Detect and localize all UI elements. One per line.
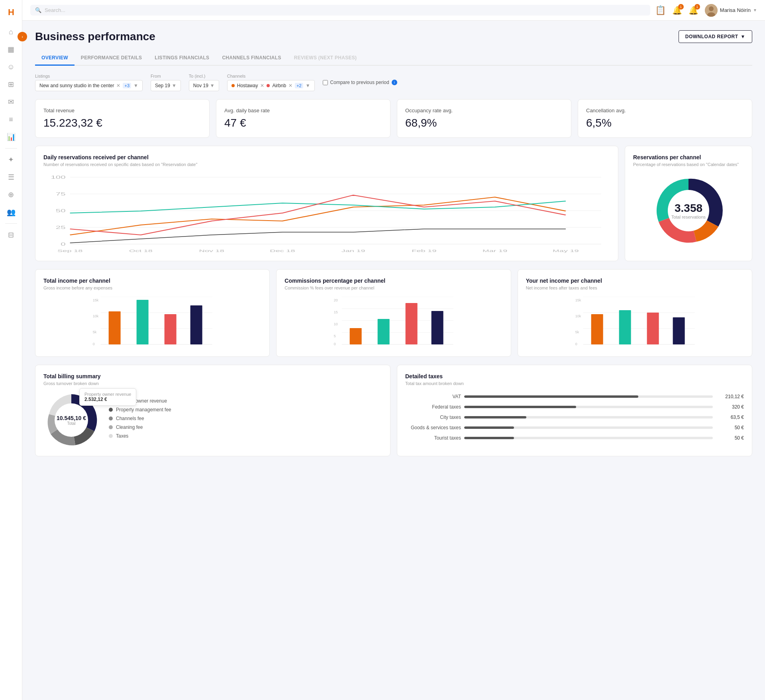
topbar-icons: 📋 🔔 1 🔔 1 Marisa Nóirín ▼ [655, 4, 757, 17]
from-filter: From Sep 19 ▼ [151, 74, 181, 91]
sidebar-item-tasks[interactable]: ☰ [3, 169, 19, 185]
sidebar-item-inbox[interactable]: ✉ [3, 94, 19, 110]
hostaway-dot [231, 84, 235, 87]
users-icon: 👥 [7, 208, 16, 217]
taxes-title: Detailed taxes [405, 373, 744, 379]
legend-item-2: Channels fee [109, 416, 171, 421]
sidebar-item-home[interactable]: ⌂ [3, 24, 19, 40]
sidebar-item-bookings[interactable]: ⊞ [3, 76, 19, 92]
svg-text:20: 20 [334, 298, 338, 302]
commission-chart-subtitle: Commission % fees over revenue per chann… [284, 285, 502, 290]
kpi-total-revenue-label: Total revenue [43, 108, 201, 113]
channels-filter: Channels Hostaway ✕ Airbnb ✕ +2 ▼ [227, 74, 315, 91]
svg-text:10: 10 [334, 322, 338, 326]
channel2-remove-icon[interactable]: ✕ [288, 83, 292, 88]
compare-input[interactable] [323, 80, 328, 85]
from-chevron-icon: ▼ [172, 83, 177, 88]
sidebar-divider-2 [5, 223, 17, 224]
search-placeholder: Search... [45, 7, 65, 13]
sidebar-item-integrations[interactable]: ✦ [3, 152, 19, 168]
bottom-row: Total billing summary Gross turnover bro… [35, 365, 752, 456]
svg-text:5k: 5k [575, 330, 579, 334]
billing-tooltip: Property owner revenue 2.532,12 € [79, 388, 136, 406]
integrations-icon: ✦ [8, 155, 14, 164]
tax-value-2: 63,5 € [716, 415, 744, 420]
legend-item-4: Taxes [109, 433, 171, 439]
channels-extra: +2 [295, 83, 303, 88]
search-bar[interactable]: 🔍 Search... [30, 5, 650, 16]
sidebar-item-users[interactable]: 👥 [3, 204, 19, 220]
contacts-icon: ☺ [7, 63, 14, 71]
legend-dot-3 [109, 425, 113, 429]
from-value: Sep 19 [155, 83, 170, 88]
svg-text:Mar 19: Mar 19 [483, 249, 507, 253]
legend-label-4: Taxes [116, 433, 128, 439]
messages-button[interactable]: 🔔 1 [688, 6, 698, 15]
page-title: Business performance [35, 30, 155, 43]
sidebar-item-settings[interactable]: ⊟ [3, 227, 19, 243]
tooltip-label: Property owner revenue [84, 392, 131, 397]
to-select[interactable]: Nov 19 ▼ [189, 80, 219, 91]
listings-select[interactable]: New and sunny studio in the center ✕ +3 … [35, 80, 143, 91]
tasks-icon: ☰ [8, 173, 14, 182]
reservations-donut: 3.358 Total reservations [653, 175, 724, 246]
svg-text:May 19: May 19 [553, 249, 579, 253]
billing-subtitle: Gross turnover broken down [43, 381, 382, 386]
total-income-card: Total income per channel Gross income be… [35, 269, 270, 357]
notifications-button[interactable]: 📋 [655, 5, 666, 16]
from-select[interactable]: Sep 19 ▼ [151, 80, 181, 91]
compare-checkbox[interactable]: Compare to previous period i [323, 80, 397, 85]
tax-bar-bg-4 [464, 437, 713, 439]
reservations-total-label: Total reservations [671, 215, 706, 219]
daily-reservations-card: Daily reservations received per channel … [35, 146, 618, 261]
tab-overview[interactable]: OVERVIEW [35, 51, 75, 66]
sidebar: H ⌂ ▦ ☺ ⊞ ✉ ≡ 📊 ✦ ☰ ⊕ [0, 0, 22, 700]
tax-value-1: 320 € [716, 404, 744, 410]
tab-performance[interactable]: PERFORMANCE DETAILS [75, 51, 148, 66]
svg-rect-34 [165, 314, 177, 344]
sidebar-item-globe[interactable]: ⊕ [3, 187, 19, 203]
svg-text:15: 15 [334, 310, 338, 314]
reservations-chart-title: Reservations per channel [633, 154, 744, 160]
sidebar-divider [5, 148, 17, 149]
svg-text:0: 0 [93, 342, 95, 346]
channels-select[interactable]: Hostaway ✕ Airbnb ✕ +2 ▼ [227, 80, 315, 91]
tab-channels-financials[interactable]: CHANNELS FINANCIALS [216, 51, 287, 66]
globe-icon: ⊕ [8, 190, 14, 199]
tab-reviews[interactable]: REVIEWS (NEXT PHASES) [288, 51, 363, 66]
user-name: Marisa Nóirín [720, 7, 751, 13]
billing-total: 10.545,10 € Total [57, 415, 86, 426]
sidebar-item-calendar[interactable]: ▦ [3, 41, 19, 57]
kpi-row: Total revenue 15.223,32 € Avg. daily bas… [35, 99, 752, 138]
calendar-icon: ▦ [8, 45, 14, 54]
app-logo[interactable]: H [4, 5, 18, 19]
tax-row-4: Tourist taxes 50 € [405, 435, 744, 441]
listings-remove-icon[interactable]: ✕ [116, 83, 120, 88]
channel1-remove-icon[interactable]: ✕ [260, 83, 264, 88]
svg-text:Dec 18: Dec 18 [270, 249, 295, 253]
svg-rect-49 [432, 311, 443, 344]
svg-rect-46 [350, 328, 362, 344]
sidebar-item-reports[interactable]: ≡ [3, 111, 19, 127]
kpi-occupancy: Occupancy rate avg. 68,9% [397, 99, 571, 138]
listings-value: New and sunny studio in the center [39, 83, 114, 88]
download-report-button[interactable]: DOWNLOAD REPORT ▼ [679, 30, 752, 43]
svg-rect-59 [619, 310, 631, 344]
tax-bar-bg-2 [464, 416, 713, 418]
user-menu[interactable]: Marisa Nóirín ▼ [705, 4, 757, 17]
sidebar-item-contacts[interactable]: ☺ [3, 59, 19, 75]
tax-bar-1 [464, 406, 576, 408]
svg-text:5k: 5k [93, 330, 97, 334]
sidebar-item-analytics[interactable]: 📊 [3, 129, 19, 145]
legend-dot-4 [109, 434, 113, 438]
kpi-avg-daily: Avg. daily base rate 47 € [216, 99, 390, 138]
compare-info-icon[interactable]: i [392, 80, 397, 85]
tab-listings-financials[interactable]: LISTINGS FINANCIALS [148, 51, 216, 66]
tax-bar-0 [464, 395, 638, 398]
sidebar-toggle[interactable]: › [18, 32, 27, 41]
kpi-total-revenue: Total revenue 15.223,32 € [35, 99, 210, 138]
reservations-chart-subtitle: Percentage of reservations based on "Cal… [633, 162, 744, 167]
taxes-list: VAT 210,12 € Federal taxes 320 € [405, 394, 744, 441]
listings-extra: +3 [123, 83, 131, 88]
alerts-button[interactable]: 🔔 1 [672, 6, 682, 15]
